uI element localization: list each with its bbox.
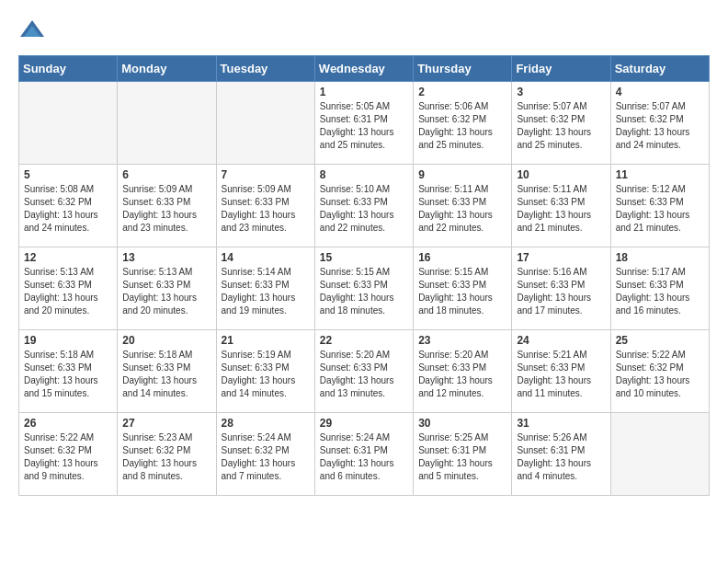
day-info: Sunrise: 5:25 AMSunset: 6:31 PMDaylight:… (418, 431, 506, 483)
day-info: Sunrise: 5:06 AMSunset: 6:32 PMDaylight:… (418, 100, 506, 152)
day-number: 3 (517, 86, 605, 98)
calendar-cell: 7Sunrise: 5:09 AMSunset: 6:33 PMDaylight… (216, 165, 314, 247)
day-number: 4 (616, 86, 704, 98)
weekday-header-sunday: Sunday (19, 56, 118, 82)
day-number: 30 (418, 417, 506, 430)
calendar-cell: 13Sunrise: 5:13 AMSunset: 6:33 PMDayligh… (118, 247, 216, 330)
calendar-cell: 10Sunrise: 5:11 AMSunset: 6:33 PMDayligh… (512, 165, 610, 247)
calendar-cell: 15Sunrise: 5:15 AMSunset: 6:33 PMDayligh… (314, 247, 413, 330)
day-number: 11 (616, 168, 704, 181)
calendar-cell: 31Sunrise: 5:26 AMSunset: 6:31 PMDayligh… (512, 413, 610, 496)
page-header (18, 18, 710, 46)
calendar-cell: 17Sunrise: 5:16 AMSunset: 6:33 PMDayligh… (512, 247, 610, 330)
day-info: Sunrise: 5:24 AMSunset: 6:31 PMDaylight:… (320, 431, 408, 483)
day-number: 12 (24, 251, 112, 264)
calendar-cell: 9Sunrise: 5:11 AMSunset: 6:33 PMDaylight… (414, 165, 512, 247)
calendar-cell (118, 82, 216, 165)
week-row-3: 12Sunrise: 5:13 AMSunset: 6:33 PMDayligh… (19, 247, 710, 330)
calendar-cell: 11Sunrise: 5:12 AMSunset: 6:33 PMDayligh… (610, 165, 709, 247)
calendar-cell: 8Sunrise: 5:10 AMSunset: 6:33 PMDaylight… (314, 165, 413, 247)
day-number: 26 (24, 417, 112, 430)
day-info: Sunrise: 5:16 AMSunset: 6:33 PMDaylight:… (517, 266, 605, 317)
day-info: Sunrise: 5:22 AMSunset: 6:32 PMDaylight:… (616, 349, 704, 400)
calendar-cell: 18Sunrise: 5:17 AMSunset: 6:33 PMDayligh… (610, 247, 709, 330)
calendar-cell (610, 413, 709, 496)
calendar-cell: 12Sunrise: 5:13 AMSunset: 6:33 PMDayligh… (19, 247, 118, 330)
day-number: 18 (616, 251, 704, 264)
day-info: Sunrise: 5:11 AMSunset: 6:33 PMDaylight:… (418, 183, 506, 235)
calendar-cell: 25Sunrise: 5:22 AMSunset: 6:32 PMDayligh… (610, 330, 709, 413)
day-info: Sunrise: 5:15 AMSunset: 6:33 PMDaylight:… (320, 266, 408, 317)
calendar-cell: 3Sunrise: 5:07 AMSunset: 6:32 PMDaylight… (512, 82, 610, 165)
calendar-cell: 28Sunrise: 5:24 AMSunset: 6:32 PMDayligh… (216, 413, 314, 496)
weekday-header-row: SundayMondayTuesdayWednesdayThursdayFrid… (19, 56, 710, 82)
day-number: 10 (517, 168, 605, 181)
logo (18, 18, 50, 46)
day-number: 5 (24, 168, 112, 181)
day-info: Sunrise: 5:09 AMSunset: 6:33 PMDaylight:… (222, 183, 310, 235)
weekday-header-monday: Monday (118, 56, 216, 82)
day-info: Sunrise: 5:18 AMSunset: 6:33 PMDaylight:… (122, 349, 210, 400)
day-number: 15 (320, 251, 408, 264)
logo-icon (18, 18, 46, 46)
day-info: Sunrise: 5:13 AMSunset: 6:33 PMDaylight:… (24, 266, 112, 317)
day-info: Sunrise: 5:14 AMSunset: 6:33 PMDaylight:… (222, 266, 310, 317)
day-number: 22 (320, 334, 408, 347)
day-number: 8 (320, 168, 408, 181)
weekday-header-friday: Friday (512, 56, 610, 82)
day-info: Sunrise: 5:05 AMSunset: 6:31 PMDaylight:… (320, 100, 408, 152)
calendar-cell: 26Sunrise: 5:22 AMSunset: 6:32 PMDayligh… (19, 413, 118, 496)
day-info: Sunrise: 5:07 AMSunset: 6:32 PMDaylight:… (616, 100, 704, 152)
weekday-header-wednesday: Wednesday (314, 56, 413, 82)
day-info: Sunrise: 5:24 AMSunset: 6:32 PMDaylight:… (222, 431, 310, 483)
day-number: 16 (418, 251, 506, 264)
day-number: 6 (122, 168, 210, 181)
calendar-cell: 16Sunrise: 5:15 AMSunset: 6:33 PMDayligh… (414, 247, 512, 330)
calendar-cell: 14Sunrise: 5:14 AMSunset: 6:33 PMDayligh… (216, 247, 314, 330)
day-number: 31 (517, 417, 605, 430)
day-number: 24 (517, 334, 605, 347)
calendar-cell: 20Sunrise: 5:18 AMSunset: 6:33 PMDayligh… (118, 330, 216, 413)
week-row-1: 1Sunrise: 5:05 AMSunset: 6:31 PMDaylight… (19, 82, 710, 165)
calendar-cell: 29Sunrise: 5:24 AMSunset: 6:31 PMDayligh… (314, 413, 413, 496)
calendar-cell: 27Sunrise: 5:23 AMSunset: 6:32 PMDayligh… (118, 413, 216, 496)
calendar-cell: 1Sunrise: 5:05 AMSunset: 6:31 PMDaylight… (314, 82, 413, 165)
day-number: 17 (517, 251, 605, 264)
day-info: Sunrise: 5:11 AMSunset: 6:33 PMDaylight:… (517, 183, 605, 235)
day-info: Sunrise: 5:08 AMSunset: 6:32 PMDaylight:… (24, 183, 112, 235)
day-number: 25 (616, 334, 704, 347)
day-info: Sunrise: 5:15 AMSunset: 6:33 PMDaylight:… (418, 266, 506, 317)
week-row-2: 5Sunrise: 5:08 AMSunset: 6:32 PMDaylight… (19, 165, 710, 247)
calendar-cell (19, 82, 118, 165)
day-number: 28 (222, 417, 310, 430)
day-info: Sunrise: 5:13 AMSunset: 6:33 PMDaylight:… (122, 266, 210, 317)
day-info: Sunrise: 5:22 AMSunset: 6:32 PMDaylight:… (24, 431, 112, 483)
day-number: 14 (222, 251, 310, 264)
day-info: Sunrise: 5:12 AMSunset: 6:33 PMDaylight:… (616, 183, 704, 235)
day-number: 13 (122, 251, 210, 264)
calendar-cell: 19Sunrise: 5:18 AMSunset: 6:33 PMDayligh… (19, 330, 118, 413)
day-number: 2 (418, 86, 506, 98)
day-number: 21 (222, 334, 310, 347)
calendar-cell: 4Sunrise: 5:07 AMSunset: 6:32 PMDaylight… (610, 82, 709, 165)
day-info: Sunrise: 5:10 AMSunset: 6:33 PMDaylight:… (320, 183, 408, 235)
day-info: Sunrise: 5:17 AMSunset: 6:33 PMDaylight:… (616, 266, 704, 317)
calendar-cell: 30Sunrise: 5:25 AMSunset: 6:31 PMDayligh… (414, 413, 512, 496)
day-info: Sunrise: 5:18 AMSunset: 6:33 PMDaylight:… (24, 349, 112, 400)
weekday-header-thursday: Thursday (414, 56, 512, 82)
day-info: Sunrise: 5:19 AMSunset: 6:33 PMDaylight:… (222, 349, 310, 400)
day-number: 29 (320, 417, 408, 430)
calendar-cell: 23Sunrise: 5:20 AMSunset: 6:33 PMDayligh… (414, 330, 512, 413)
day-info: Sunrise: 5:07 AMSunset: 6:32 PMDaylight:… (517, 100, 605, 152)
calendar-cell (216, 82, 314, 165)
day-info: Sunrise: 5:23 AMSunset: 6:32 PMDaylight:… (122, 431, 210, 483)
day-number: 23 (418, 334, 506, 347)
weekday-header-tuesday: Tuesday (216, 56, 314, 82)
weekday-header-saturday: Saturday (610, 56, 709, 82)
calendar-cell: 24Sunrise: 5:21 AMSunset: 6:33 PMDayligh… (512, 330, 610, 413)
day-number: 7 (222, 168, 310, 181)
day-info: Sunrise: 5:26 AMSunset: 6:31 PMDaylight:… (517, 431, 605, 483)
calendar-cell: 5Sunrise: 5:08 AMSunset: 6:32 PMDaylight… (19, 165, 118, 247)
day-info: Sunrise: 5:21 AMSunset: 6:33 PMDaylight:… (517, 349, 605, 400)
day-number: 27 (122, 417, 210, 430)
